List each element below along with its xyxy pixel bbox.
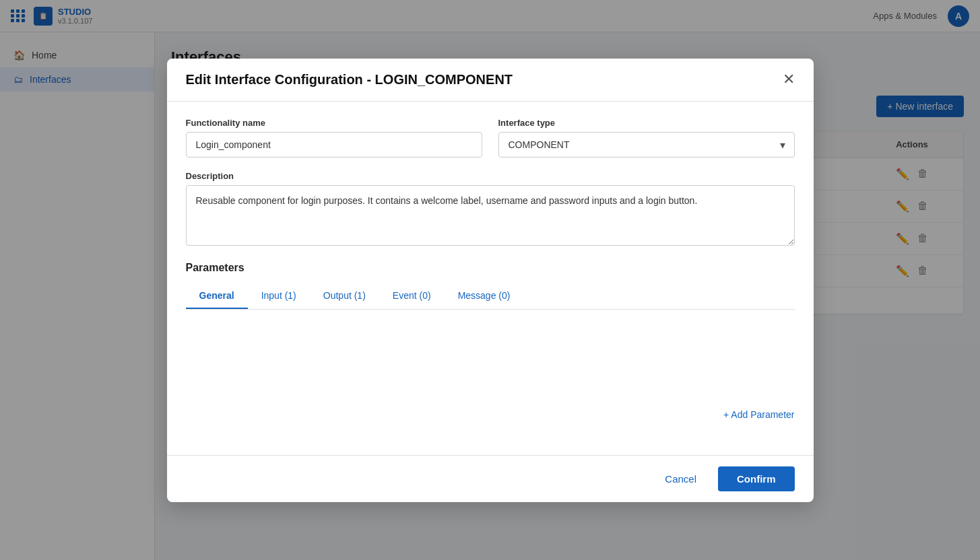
interface-type-group: Interface type COMPONENT PAGE DIALOG ▾ (498, 118, 795, 158)
param-tabs: General Input (1) Output (1) Event (0) M… (186, 283, 795, 310)
tab-general-label: General (199, 290, 234, 301)
param-tab-message[interactable]: Message (0) (445, 283, 524, 309)
functionality-name-input[interactable] (186, 132, 482, 158)
modal-title: Edit Interface Configuration - LOGIN_COM… (186, 72, 513, 88)
param-tab-general[interactable]: General (186, 283, 248, 309)
parameters-section: Parameters General Input (1) Output (1) … (186, 262, 795, 425)
tab-event-label: Event (0) (393, 290, 431, 301)
description-group: Description Reusable component for login… (186, 171, 795, 248)
cancel-button[interactable]: Cancel (651, 466, 710, 491)
param-content-area (186, 323, 795, 404)
tab-message-label: Message (0) (458, 290, 511, 301)
tab-output-label: Output (1) (323, 290, 366, 301)
interface-type-select[interactable]: COMPONENT PAGE DIALOG (498, 132, 795, 158)
tab-input-label: Input (1) (261, 290, 296, 301)
add-parameter-section: + Add Parameter (186, 404, 795, 425)
edit-interface-modal: Edit Interface Configuration - LOGIN_COM… (167, 59, 814, 502)
functionality-name-group: Functionality name (186, 118, 482, 158)
param-tab-event[interactable]: Event (0) (379, 283, 445, 309)
modal-header: Edit Interface Configuration - LOGIN_COM… (167, 59, 814, 102)
param-tab-output[interactable]: Output (1) (310, 283, 379, 309)
modal-footer: Cancel Confirm (167, 455, 814, 502)
interface-type-select-wrapper: COMPONENT PAGE DIALOG ▾ (498, 132, 795, 158)
modal-overlay: Edit Interface Configuration - LOGIN_COM… (0, 0, 980, 560)
form-row-top: Functionality name Interface type COMPON… (186, 118, 795, 158)
description-textarea[interactable]: Reusable component for login purposes. I… (186, 185, 795, 246)
param-tab-input[interactable]: Input (1) (248, 283, 310, 309)
functionality-name-label: Functionality name (186, 118, 482, 128)
add-parameter-link[interactable]: + Add Parameter (723, 409, 794, 420)
interface-type-label: Interface type (498, 118, 795, 128)
description-label: Description (186, 171, 795, 181)
parameters-title: Parameters (186, 262, 795, 274)
confirm-button[interactable]: Confirm (718, 466, 795, 491)
modal-close-button[interactable]: ✕ (783, 72, 795, 87)
modal-body: Functionality name Interface type COMPON… (167, 102, 814, 455)
